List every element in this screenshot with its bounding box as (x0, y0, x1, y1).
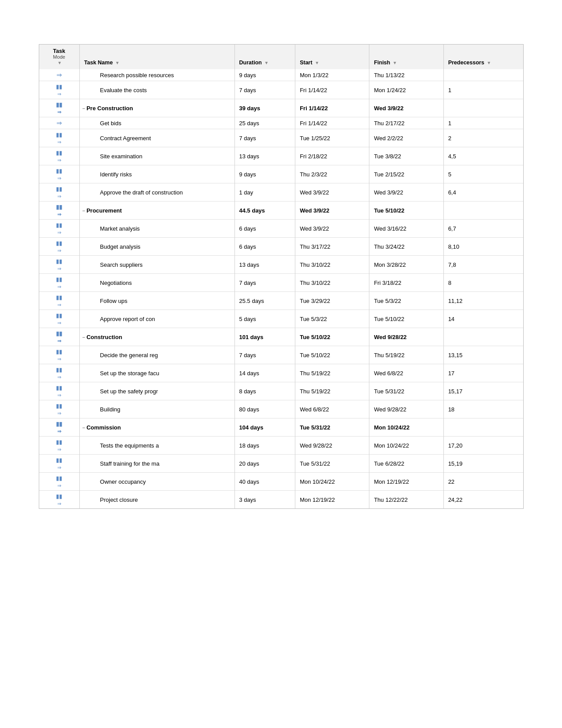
table-row[interactable]: ▮▮⇒Approve the draft of construction1 da… (39, 183, 523, 202)
finish-date-cell: Wed 9/28/22 (369, 328, 443, 346)
task-icon: ▮▮⇒ (56, 312, 62, 326)
task-name-cell: Identify risks (79, 165, 234, 183)
table-row[interactable]: ▮▮⇒Approve report of con5 daysTue 5/3/22… (39, 310, 523, 328)
task-icon: ▮▮⇒ (56, 385, 62, 398)
table-row[interactable]: ▮▮⇒Site examination13 daysFri 2/18/22Tue… (39, 147, 523, 165)
predecessors-cell: 8,10 (443, 238, 523, 256)
predecessors-cell (443, 202, 523, 220)
task-icon: ▮▮⇒ (56, 168, 62, 181)
table-row[interactable]: ▮▮⇒Staff training for the ma20 daysTue 5… (39, 455, 523, 473)
sort-icon-task-name[interactable]: ▼ (115, 60, 119, 65)
task-mode-icon-cell: ▮▮⇒ (39, 346, 80, 364)
th-finish[interactable]: Finish ▼ (369, 45, 443, 69)
sort-icon-duration[interactable]: ▼ (264, 60, 268, 65)
table-row[interactable]: ▮▮⇒Negotiations7 daysThu 3/10/22Fri 3/18… (39, 274, 523, 292)
task-icon: ▮▮⇒ (56, 258, 62, 272)
duration-cell: 18 days (234, 437, 295, 455)
table-row[interactable]: ▮▮⇒Set up the storage facu14 daysThu 5/1… (39, 364, 523, 382)
table-header-row: Task Mode ▼ Task Name ▼ Duration ▼ Start… (39, 45, 523, 69)
table-row[interactable]: ▮▮⇒Budget analysis6 daysThu 3/17/22Thu 3… (39, 238, 523, 256)
finish-date-cell: Tue 5/31/22 (369, 382, 443, 400)
table-row[interactable]: ▮▮⇒Project closure3 daysMon 12/19/22Thu … (39, 491, 523, 509)
duration-cell: 7 days (234, 274, 295, 292)
duration-cell: 20 days (234, 455, 295, 473)
th-task-name[interactable]: Task Name ▼ (79, 45, 234, 69)
table-row[interactable]: ▮▮⇒Building80 daysWed 6/8/22Wed 9/28/221… (39, 400, 523, 418)
task-icon: ▮▮⇒ (56, 186, 62, 199)
table-row[interactable]: ▮▮⇒−Commission104 daysTue 5/31/22Mon 10/… (39, 418, 523, 437)
start-date-cell: Thu 2/3/22 (295, 165, 369, 183)
table-row[interactable]: ⇒Get bids25 daysFri 1/14/22Thu 2/17/221 (39, 117, 523, 129)
task-name-cell: Staff training for the ma (79, 455, 234, 473)
table-row[interactable]: ⇒Research possible resources9 daysMon 1/… (39, 69, 523, 81)
th-task-mode[interactable]: Task Mode ▼ (39, 45, 80, 69)
task-name-cell: Negotiations (79, 274, 234, 292)
collapse-icon[interactable]: − (82, 208, 85, 213)
collapse-icon[interactable]: − (82, 425, 85, 430)
table-row[interactable]: ▮▮⇒Identify risks9 daysThu 2/3/22Tue 2/1… (39, 165, 523, 183)
duration-cell: 80 days (234, 400, 295, 418)
task-mode-icon-cell: ⇒ (39, 69, 80, 81)
task-mode-icon-cell: ▮▮⇒ (39, 364, 80, 382)
collapse-icon[interactable]: − (82, 106, 85, 111)
sort-icon-predecessors[interactable]: ▼ (487, 60, 491, 65)
duration-cell: 9 days (234, 165, 295, 183)
duration-cell: 8 days (234, 382, 295, 400)
task-icon: ▮▮⇒ (56, 330, 62, 344)
task-mode-icon-cell: ⇒ (39, 117, 80, 129)
task-name-cell: Set up the safety progr (79, 382, 234, 400)
duration-cell: 44.5 days (234, 202, 295, 220)
finish-date-cell: Fri 3/18/22 (369, 274, 443, 292)
th-start[interactable]: Start ▼ (295, 45, 369, 69)
task-name-cell: Decide the general reg (79, 346, 234, 364)
duration-cell: 13 days (234, 147, 295, 165)
th-predecessors[interactable]: Predecessors ▼ (443, 45, 523, 69)
finish-date-cell: Wed 9/28/22 (369, 400, 443, 418)
table-row[interactable]: ▮▮⇒Owner occupancy40 daysMon 10/24/22Mon… (39, 473, 523, 491)
table-row[interactable]: ▮▮⇒Market analysis6 daysWed 3/9/22Wed 3/… (39, 220, 523, 238)
finish-date-cell: Mon 10/24/22 (369, 418, 443, 437)
sort-icon-start[interactable]: ▼ (315, 60, 319, 65)
table-row[interactable]: ▮▮⇒Contract Agreement7 daysTue 1/25/22We… (39, 129, 523, 147)
start-date-cell: Wed 3/9/22 (295, 183, 369, 202)
finish-date-cell: Wed 2/2/22 (369, 129, 443, 147)
sort-icon-finish[interactable]: ▼ (393, 60, 397, 65)
table-row[interactable]: ▮▮⇒Evaluate the costs7 daysFri 1/14/22Mo… (39, 81, 523, 99)
table-row[interactable]: ▮▮⇒Decide the general reg7 daysTue 5/10/… (39, 346, 523, 364)
task-icon: ▮▮⇒ (56, 439, 62, 452)
table-row[interactable]: ▮▮⇒−Procurement44.5 daysWed 3/9/22Tue 5/… (39, 202, 523, 220)
start-date-cell: Tue 5/31/22 (295, 455, 369, 473)
predecessors-cell: 17,20 (443, 437, 523, 455)
table-row[interactable]: ▮▮⇒Search suppliers13 daysThu 3/10/22Mon… (39, 256, 523, 274)
task-name-cell: Approve the draft of construction (79, 183, 234, 202)
sort-icon-task-mode[interactable]: ▼ (57, 60, 62, 65)
task-name-cell: Approve report of con (79, 310, 234, 328)
task-mode-icon-cell: ▮▮⇒ (39, 455, 80, 473)
predecessors-cell: 11,12 (443, 292, 523, 310)
th-duration[interactable]: Duration ▼ (234, 45, 295, 69)
predecessors-cell: 24,22 (443, 491, 523, 509)
table-row[interactable]: ▮▮⇒−Construction101 daysTue 5/10/22Wed 9… (39, 328, 523, 346)
predecessors-cell: 6,4 (443, 183, 523, 202)
start-date-cell: Mon 1/3/22 (295, 69, 369, 81)
table-row[interactable]: ▮▮⇒−Pre Construction39 daysFri 1/14/22We… (39, 99, 523, 117)
task-icon: ▮▮⇒ (56, 348, 62, 362)
task-mode-icon-cell: ▮▮⇒ (39, 147, 80, 165)
finish-date-cell: Thu 12/22/22 (369, 491, 443, 509)
finish-date-cell: Wed 3/16/22 (369, 220, 443, 238)
predecessors-cell: 7,8 (443, 256, 523, 274)
table-row[interactable]: ▮▮⇒Tests the equipments a18 daysWed 9/28… (39, 437, 523, 455)
finish-date-cell: Mon 10/24/22 (369, 437, 443, 455)
collapse-icon[interactable]: − (82, 335, 85, 340)
finish-date-cell: Tue 2/15/22 (369, 165, 443, 183)
task-name-cell: −Commission (79, 418, 234, 437)
table-row[interactable]: ▮▮⇒Set up the safety progr8 daysThu 5/19… (39, 382, 523, 400)
predecessors-cell: 18 (443, 400, 523, 418)
duration-cell: 1 day (234, 183, 295, 202)
table-row[interactable]: ▮▮⇒Follow ups25.5 daysTue 3/29/22Tue 5/3… (39, 292, 523, 310)
task-mode-icon-cell: ▮▮⇒ (39, 328, 80, 346)
duration-cell: 6 days (234, 220, 295, 238)
predecessors-cell: 2 (443, 129, 523, 147)
task-icon: ▮▮⇒ (56, 222, 62, 235)
task-name-cell: Evaluate the costs (79, 81, 234, 99)
